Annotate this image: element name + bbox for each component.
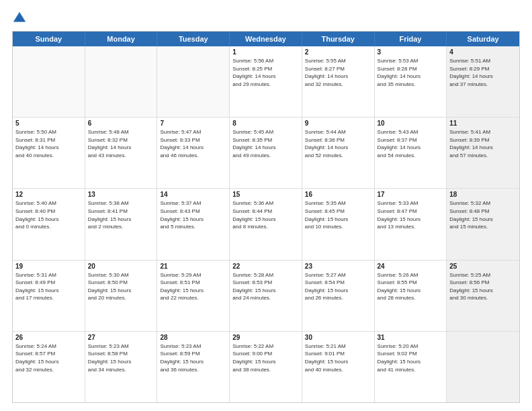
day-number: 7 [160, 120, 226, 127]
cell-info: Sunrise: 5:24 AMSunset: 8:57 PMDaylight:… [15, 342, 82, 373]
day-number: 26 [15, 334, 82, 341]
calendar-cell: 2Sunrise: 5:55 AMSunset: 8:27 PMDaylight… [302, 46, 375, 117]
day-number: 31 [378, 334, 444, 341]
day-header-thursday: Thursday [302, 32, 375, 46]
day-number: 13 [88, 191, 154, 198]
calendar-cell: 11Sunrise: 5:41 AMSunset: 8:39 PMDayligh… [447, 118, 519, 188]
cell-info: Sunrise: 5:45 AMSunset: 8:35 PMDaylight:… [232, 128, 299, 159]
calendar-cell [13, 46, 85, 117]
day-number: 12 [15, 191, 82, 198]
day-number: 23 [305, 263, 371, 270]
calendar-cell: 13Sunrise: 5:38 AMSunset: 8:41 PMDayligh… [85, 189, 158, 259]
day-header-monday: Monday [85, 32, 158, 46]
calendar-week-2: 5Sunrise: 5:50 AMSunset: 8:31 PMDaylight… [13, 118, 519, 189]
day-number: 9 [305, 120, 371, 127]
day-number: 15 [232, 191, 299, 198]
cell-info: Sunrise: 5:21 AMSunset: 9:01 PMDaylight:… [305, 342, 371, 373]
calendar-cell [447, 332, 519, 402]
cell-info: Sunrise: 5:22 AMSunset: 9:00 PMDaylight:… [232, 342, 299, 373]
day-number: 1 [232, 48, 299, 56]
day-header-sunday: Sunday [13, 32, 85, 46]
cell-info: Sunrise: 5:20 AMSunset: 9:02 PMDaylight:… [378, 342, 444, 373]
calendar-cell: 23Sunrise: 5:27 AMSunset: 8:54 PMDayligh… [302, 261, 375, 331]
cell-info: Sunrise: 5:41 AMSunset: 8:39 PMDaylight:… [449, 128, 517, 159]
calendar-cell: 5Sunrise: 5:50 AMSunset: 8:31 PMDaylight… [13, 118, 85, 188]
calendar-cell: 29Sunrise: 5:22 AMSunset: 9:00 PMDayligh… [230, 332, 302, 402]
calendar-cell: 4Sunrise: 5:51 AMSunset: 8:29 PMDaylight… [447, 46, 519, 117]
calendar-cell: 19Sunrise: 5:31 AMSunset: 8:49 PMDayligh… [13, 261, 85, 331]
calendar-header: SundayMondayTuesdayWednesdayThursdayFrid… [13, 32, 519, 46]
day-number: 27 [88, 334, 154, 341]
cell-info: Sunrise: 5:27 AMSunset: 8:54 PMDaylight:… [305, 271, 371, 302]
day-number: 25 [449, 263, 517, 270]
cell-info: Sunrise: 5:38 AMSunset: 8:41 PMDaylight:… [88, 199, 154, 230]
calendar-cell: 10Sunrise: 5:43 AMSunset: 8:37 PMDayligh… [375, 118, 447, 188]
calendar-cell: 24Sunrise: 5:26 AMSunset: 8:55 PMDayligh… [375, 261, 447, 331]
calendar-cell: 30Sunrise: 5:21 AMSunset: 9:01 PMDayligh… [302, 332, 375, 402]
calendar-cell [157, 46, 230, 117]
cell-info: Sunrise: 5:55 AMSunset: 8:27 PMDaylight:… [305, 57, 371, 88]
cell-info: Sunrise: 5:43 AMSunset: 8:37 PMDaylight:… [378, 128, 444, 159]
calendar-cell: 18Sunrise: 5:32 AMSunset: 8:48 PMDayligh… [447, 189, 519, 259]
cell-info: Sunrise: 5:50 AMSunset: 8:31 PMDaylight:… [15, 128, 82, 159]
day-number: 28 [160, 334, 226, 341]
calendar-cell: 7Sunrise: 5:47 AMSunset: 8:33 PMDaylight… [157, 118, 230, 188]
calendar-cell: 14Sunrise: 5:37 AMSunset: 8:43 PMDayligh… [157, 189, 230, 259]
calendar-cell: 22Sunrise: 5:28 AMSunset: 8:53 PMDayligh… [230, 261, 302, 331]
calendar-week-1: 1Sunrise: 5:56 AMSunset: 8:25 PMDaylight… [13, 46, 519, 118]
calendar-cell: 6Sunrise: 5:48 AMSunset: 8:32 PMDaylight… [85, 118, 158, 188]
cell-info: Sunrise: 5:48 AMSunset: 8:32 PMDaylight:… [88, 128, 154, 159]
calendar-cell: 15Sunrise: 5:36 AMSunset: 8:44 PMDayligh… [230, 189, 302, 259]
cell-info: Sunrise: 5:31 AMSunset: 8:49 PMDaylight:… [15, 271, 82, 302]
day-number: 22 [232, 263, 299, 270]
calendar-cell: 1Sunrise: 5:56 AMSunset: 8:25 PMDaylight… [230, 46, 302, 117]
day-header-wednesday: Wednesday [230, 32, 302, 46]
cell-info: Sunrise: 5:30 AMSunset: 8:50 PMDaylight:… [88, 271, 154, 302]
calendar-cell: 8Sunrise: 5:45 AMSunset: 8:35 PMDaylight… [230, 118, 302, 188]
day-number: 29 [232, 334, 299, 341]
cell-info: Sunrise: 5:40 AMSunset: 8:40 PMDaylight:… [15, 199, 82, 230]
calendar-cell [85, 46, 158, 117]
calendar-week-5: 26Sunrise: 5:24 AMSunset: 8:57 PMDayligh… [13, 332, 519, 402]
day-number: 21 [160, 263, 226, 270]
day-number: 4 [449, 48, 517, 56]
calendar-body: 1Sunrise: 5:56 AMSunset: 8:25 PMDaylight… [13, 46, 519, 402]
day-number: 16 [305, 191, 371, 198]
cell-info: Sunrise: 5:23 AMSunset: 8:59 PMDaylight:… [160, 342, 226, 373]
calendar-cell: 16Sunrise: 5:35 AMSunset: 8:45 PMDayligh… [302, 189, 375, 259]
day-number: 24 [378, 263, 444, 270]
day-number: 8 [232, 120, 299, 127]
logo-icon [12, 11, 27, 26]
day-number: 18 [449, 191, 517, 198]
calendar-cell: 21Sunrise: 5:29 AMSunset: 8:51 PMDayligh… [157, 261, 230, 331]
day-header-saturday: Saturday [447, 32, 519, 46]
day-number: 5 [15, 120, 82, 127]
cell-info: Sunrise: 5:47 AMSunset: 8:33 PMDaylight:… [160, 128, 226, 159]
day-number: 10 [378, 120, 444, 127]
day-number: 11 [449, 120, 517, 127]
calendar: SundayMondayTuesdayWednesdayThursdayFrid… [12, 31, 520, 403]
calendar-cell: 26Sunrise: 5:24 AMSunset: 8:57 PMDayligh… [13, 332, 85, 402]
cell-info: Sunrise: 5:37 AMSunset: 8:43 PMDaylight:… [160, 199, 226, 230]
day-number: 6 [88, 120, 154, 127]
cell-info: Sunrise: 5:25 AMSunset: 8:56 PMDaylight:… [449, 271, 517, 302]
header [12, 11, 520, 26]
day-number: 3 [378, 48, 444, 56]
day-number: 20 [88, 263, 154, 270]
day-number: 17 [378, 191, 444, 198]
cell-info: Sunrise: 5:51 AMSunset: 8:29 PMDaylight:… [449, 57, 517, 88]
cell-info: Sunrise: 5:53 AMSunset: 8:28 PMDaylight:… [378, 57, 444, 88]
calendar-week-4: 19Sunrise: 5:31 AMSunset: 8:49 PMDayligh… [13, 261, 519, 332]
calendar-week-3: 12Sunrise: 5:40 AMSunset: 8:40 PMDayligh… [13, 189, 519, 260]
cell-info: Sunrise: 5:29 AMSunset: 8:51 PMDaylight:… [160, 271, 226, 302]
calendar-cell: 27Sunrise: 5:23 AMSunset: 8:58 PMDayligh… [85, 332, 158, 402]
day-number: 19 [15, 263, 82, 270]
calendar-cell: 3Sunrise: 5:53 AMSunset: 8:28 PMDaylight… [375, 46, 447, 117]
cell-info: Sunrise: 5:26 AMSunset: 8:55 PMDaylight:… [378, 271, 444, 302]
logo [12, 11, 30, 26]
calendar-cell: 17Sunrise: 5:33 AMSunset: 8:47 PMDayligh… [375, 189, 447, 259]
day-number: 2 [305, 48, 371, 56]
calendar-cell: 9Sunrise: 5:44 AMSunset: 8:36 PMDaylight… [302, 118, 375, 188]
page: SundayMondayTuesdayWednesdayThursdayFrid… [0, 0, 532, 411]
calendar-cell: 12Sunrise: 5:40 AMSunset: 8:40 PMDayligh… [13, 189, 85, 259]
